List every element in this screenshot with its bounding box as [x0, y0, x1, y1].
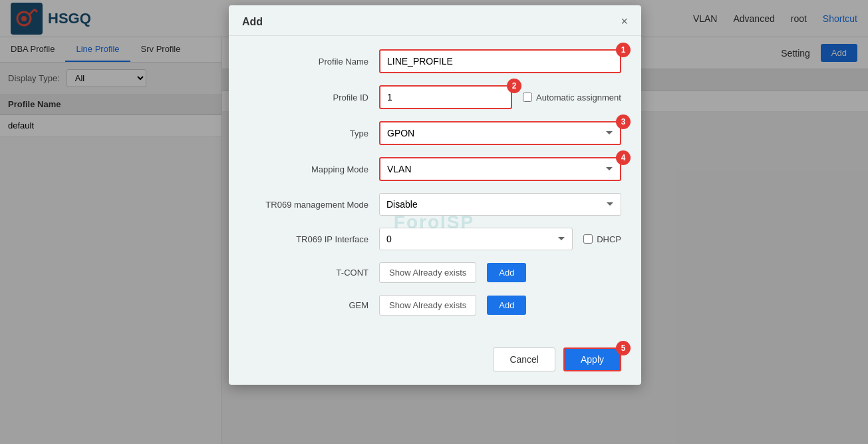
- tr069-mode-label: TR069 management Mode: [249, 200, 368, 210]
- modal-footer: Cancel Apply 5: [229, 341, 641, 371]
- tcont-add-button[interactable]: Add: [487, 263, 526, 282]
- type-badge: GPON EPON 3: [379, 121, 621, 145]
- gem-row: GEM Show Already exists Add: [249, 295, 621, 316]
- auto-assignment-checkbox[interactable]: [523, 93, 532, 102]
- tcont-show-button[interactable]: Show Already exists: [379, 262, 476, 283]
- modal-title: Add: [242, 16, 263, 28]
- tr069-ip-label: TR069 IP Interface: [249, 234, 368, 244]
- tr069-ip-row: TR069 IP Interface 0 1 DHCP: [249, 228, 621, 250]
- tr069-mode-select[interactable]: Disable Enable: [379, 193, 621, 216]
- cancel-button[interactable]: Cancel: [493, 347, 555, 371]
- type-row: Type GPON EPON 3: [249, 121, 621, 145]
- tcont-label: T-CONT: [249, 268, 368, 278]
- profile-name-input[interactable]: [379, 49, 621, 73]
- dhcp-label: DHCP: [583, 234, 621, 244]
- profile-id-badge: 2: [379, 85, 512, 109]
- step-badge-2: 2: [507, 79, 521, 93]
- dhcp-checkbox[interactable]: [583, 234, 593, 244]
- profile-id-label: Profile ID: [249, 93, 368, 103]
- tr069-ip-select[interactable]: 0 1: [379, 228, 573, 250]
- add-modal: Add × Profile Name 1 Profile ID 2 Automa…: [229, 5, 641, 385]
- auto-assignment-text: Automatic assignment: [536, 93, 621, 103]
- type-label: Type: [249, 128, 368, 138]
- gem-show-button[interactable]: Show Already exists: [379, 295, 476, 316]
- profile-id-input[interactable]: [379, 85, 512, 109]
- profile-name-label: Profile Name: [249, 57, 368, 67]
- tr069-mode-row: TR069 management Mode Disable Enable: [249, 193, 621, 216]
- step-badge-3: 3: [616, 114, 631, 129]
- step-badge-4: 4: [616, 150, 631, 165]
- tcont-row: T-CONT Show Already exists Add: [249, 262, 621, 283]
- apply-button[interactable]: Apply: [563, 347, 621, 371]
- modal-body: Profile Name 1 Profile ID 2 Automatic as…: [229, 36, 641, 341]
- step-badge-5: 5: [616, 341, 631, 355]
- profile-name-row: Profile Name 1: [249, 49, 621, 73]
- profile-name-badge: 1: [379, 49, 621, 73]
- mapping-mode-badge: VLAN GEM Port 4: [379, 157, 621, 181]
- dhcp-text: DHCP: [597, 234, 621, 244]
- modal-header: Add ×: [229, 5, 641, 36]
- mapping-mode-select[interactable]: VLAN GEM Port: [379, 157, 621, 181]
- gem-add-button[interactable]: Add: [487, 296, 526, 315]
- gem-label: GEM: [249, 300, 368, 310]
- mapping-mode-label: Mapping Mode: [249, 164, 368, 174]
- profile-id-row: Profile ID 2 Automatic assignment: [249, 85, 621, 109]
- apply-badge: Apply 5: [563, 347, 621, 371]
- type-select[interactable]: GPON EPON: [379, 121, 621, 145]
- auto-assignment-label: Automatic assignment: [523, 93, 621, 103]
- mapping-mode-row: Mapping Mode VLAN GEM Port 4: [249, 157, 621, 181]
- step-badge-1: 1: [616, 43, 631, 57]
- modal-close-button[interactable]: ×: [621, 15, 628, 29]
